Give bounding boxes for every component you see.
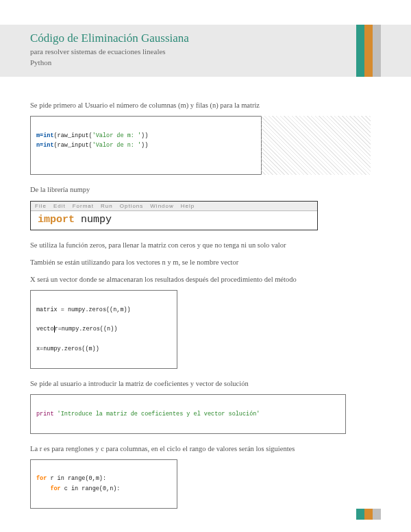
- keyword-print: print: [36, 411, 54, 418]
- keyword-for: for: [50, 485, 60, 492]
- stripe-teal: [356, 25, 364, 77]
- code-token: m=int: [36, 132, 54, 139]
- code-token: 'Valor de m: ': [92, 132, 141, 139]
- keyword-import: import: [38, 214, 75, 226]
- stripe-gray: [373, 509, 381, 520]
- header-stripes: [356, 25, 381, 77]
- para-6: Se pide al usuario a introducir la matri…: [30, 378, 381, 389]
- code-line: matrix = numpy.zeros((n,m)): [36, 306, 131, 313]
- para-1: Se pide primero al Usuario el número de …: [30, 100, 381, 110]
- doc-subtitle-1: para resolver sistemas de ecuaciones lin…: [30, 47, 381, 58]
- code-token: )): [141, 132, 148, 139]
- menu-item-help: Help: [181, 203, 195, 209]
- stripe-orange: [364, 25, 373, 77]
- code-string: 'Introduce la matriz de coeficientes y e…: [54, 411, 260, 418]
- stripe-teal: [356, 509, 364, 520]
- code-token: n=int: [36, 142, 54, 149]
- code-box-for: for r in range(0,m): for c in range(0,n)…: [30, 459, 177, 509]
- code-token: r in range(0,m):: [47, 475, 106, 482]
- code-token: c in range(0,n):: [61, 485, 121, 492]
- doc-title: Código de Eliminación Gaussiana: [30, 32, 381, 45]
- menu-item-file: File: [35, 203, 47, 209]
- para-5: X será un vector donde se almacenaran lo…: [30, 274, 381, 285]
- footer-stripes: [356, 509, 381, 520]
- menu-item-edit: Edit: [53, 203, 66, 209]
- keyword-for: for: [36, 475, 47, 482]
- code-box-zeros: matrix = numpy.zeros((n,m)) vector=numpy…: [30, 290, 177, 369]
- para-2: De la librería numpy: [30, 184, 381, 195]
- code-token: (raw_input(: [54, 132, 92, 139]
- menu-item-window: Window: [150, 203, 173, 209]
- menu-item-format: Format: [73, 203, 94, 209]
- selection-hatch: [261, 116, 371, 175]
- para-3: Se utiliza la función zeros, para llenar…: [30, 240, 381, 250]
- header-band: Código de Eliminación Gaussiana para res…: [0, 25, 411, 77]
- code-line: x=numpy.zeros((m)): [36, 346, 99, 352]
- editor-window: File Edit Format Run Options Window Help…: [30, 201, 318, 230]
- doc-subtitle-2: Python: [30, 58, 381, 69]
- code-box-input-mn: m=int(raw_input('Valor de m: ')) n=int(r…: [30, 116, 262, 175]
- document-page: Código de Eliminación Gaussiana para res…: [0, 0, 411, 532]
- para-7: La r es para renglones y c para columnas…: [30, 444, 381, 454]
- code-box-print: print 'Introduce la matriz de coeficient…: [30, 394, 346, 433]
- stripe-orange: [364, 509, 373, 520]
- menu-item-options: Options: [120, 203, 144, 209]
- module-numpy: numpy: [75, 214, 112, 226]
- import-line: import numpy: [31, 211, 317, 230]
- code-token: 'Valor de n: ': [92, 142, 141, 149]
- menu-item-run: Run: [101, 203, 113, 209]
- editor-menubar: File Edit Format Run Options Window Help: [31, 202, 317, 211]
- code-token: )): [141, 142, 148, 149]
- stripe-gray: [373, 25, 381, 77]
- code-token: =numpy.zeros((n)): [58, 326, 118, 332]
- header-texts: Código de Eliminación Gaussiana para res…: [30, 32, 381, 69]
- code-token: vecto: [36, 326, 54, 332]
- code-token: (raw_input(: [54, 142, 92, 149]
- para-4: También se están utilizando para los vec…: [30, 257, 381, 267]
